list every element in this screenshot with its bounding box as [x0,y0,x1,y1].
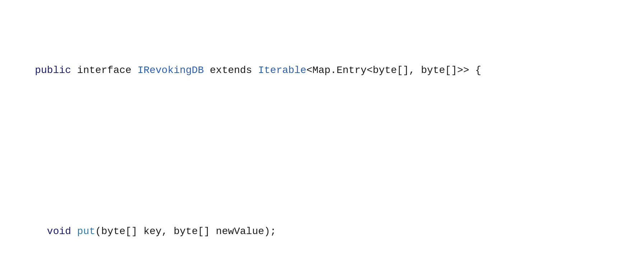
code-display: public interface IRevokingDB extends Ite… [11,14,633,274]
code-line-1: public interface IRevokingDB extends Ite… [11,47,633,95]
code-line-2: void put(byte[] key, byte[] newValue); [11,208,633,256]
extends-type: Iterable [258,65,306,76]
keyword-void-1: void [47,226,71,237]
method-put: put [77,226,95,237]
keyword-public: public [35,65,71,76]
code-line-blank-1 [11,143,633,159]
interface-name: IRevokingDB [137,65,204,76]
